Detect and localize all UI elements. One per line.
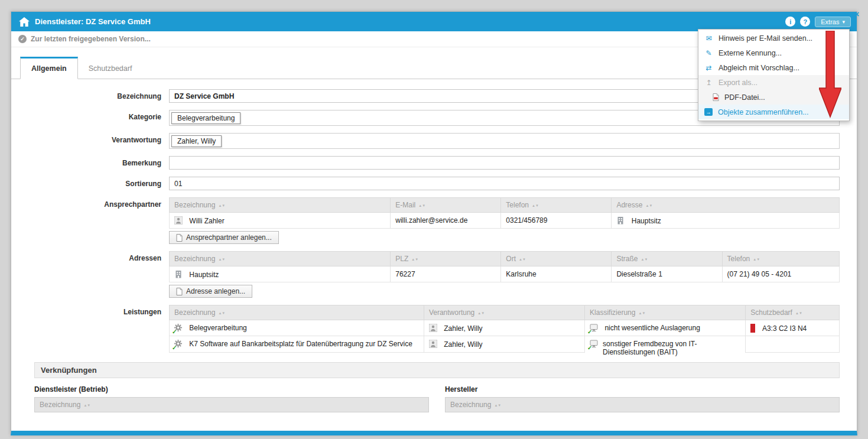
building-icon (174, 270, 183, 278)
person-icon (429, 340, 438, 348)
verknuepfungen-section: Verknüpfungen Dienstleister (Betrieb) Be… (34, 362, 840, 412)
export-icon: ↥ (704, 79, 713, 87)
column-header-klassifizierung[interactable]: Klassifizierung▲▼ (585, 305, 746, 320)
verantwortung-label: Verantwortung (11, 133, 161, 144)
menu-item-label: Abgleich mit Vorschlag... (719, 64, 799, 72)
cell-text: A3:3 C2 I3 N4 (762, 324, 807, 333)
column-header-bezeichnung[interactable]: Bezeichnung▲▼ (170, 198, 391, 213)
new-document-icon (176, 288, 183, 295)
schutzbedarf-cell (746, 336, 840, 353)
cell-text: (07 21) 49 05 - 4201 (727, 270, 792, 278)
sortierung-input[interactable] (169, 177, 840, 190)
bemerkung-label: Bemerkung (11, 156, 161, 167)
sort-icon: ▲▼ (218, 204, 225, 207)
cell-text: 76227 (395, 270, 415, 278)
column-header-plz[interactable]: PLZ▲▼ (391, 252, 501, 266)
cell-text: nicht wesentliche Auslagerung (604, 324, 700, 332)
sort-icon: ▲▼ (218, 311, 225, 315)
sort-icon: ▲▼ (494, 404, 501, 407)
sort-icon: ▲▼ (645, 204, 652, 207)
compare-icon: ⇄ (704, 64, 713, 72)
table-row[interactable]: Willi Zahler willi.zahler@service.de 032… (170, 213, 840, 229)
version-link-label: Zur letzten freigegebenen Version... (31, 35, 151, 43)
person-icon (174, 216, 183, 225)
extras-button[interactable]: Extras ▾ (815, 17, 851, 27)
person-icon (429, 324, 438, 332)
service-provider-icon (18, 17, 30, 27)
merge-icon: → (704, 108, 713, 116)
sort-icon: ▲▼ (532, 204, 539, 207)
hersteller-column: Hersteller Bezeichnung▲▼ (445, 385, 840, 412)
menu-item-export-als: ↥ Export als... (698, 75, 849, 90)
sort-icon: ▲▼ (83, 404, 90, 407)
cell-text: Dieselstraße 1 (616, 270, 662, 278)
ansprechpartner-anlegen-button[interactable]: Ansprechpartner anlegen... (169, 231, 279, 244)
sort-icon: ▲▼ (641, 258, 648, 261)
tab-schutzbedarf[interactable]: Schutzbedarf (78, 58, 143, 79)
menu-item-objekte-zusammenfuehren[interactable]: → Objekte zusammenführen... (698, 105, 849, 119)
form-content: Bezeichnung Kategorie Belegverarbeitung … (11, 79, 857, 412)
schutzbedarf-cell: A3:3 C2 I3 N4 (746, 320, 840, 336)
column-header-ort[interactable]: Ort▲▼ (501, 252, 612, 266)
menu-item-abgleich-vorschlag[interactable]: ⇄ Abgleich mit Vorschlag... (698, 60, 849, 75)
column-header-adresse[interactable]: Adresse▲▼ (612, 198, 840, 213)
table-row[interactable]: Hauptsitz 76227 Karlsruhe Dieselstraße 1… (170, 266, 840, 282)
column-header-strasse[interactable]: Straße▲▼ (612, 252, 722, 266)
menu-item-pdf-datei[interactable]: PDF-Datei... (698, 90, 849, 105)
column-header-schutzbedarf[interactable]: Schutzbedarf▲▼ (746, 305, 840, 320)
titlebar-actions: i ? Extras ▾ (785, 17, 851, 27)
menu-item-externe-kennung[interactable]: ✎ Externe Kennung... (698, 45, 849, 60)
menu-item-label: Externe Kennung... (719, 49, 782, 57)
sort-icon: ▲▼ (753, 258, 760, 261)
field-row-bemerkung: Bemerkung (11, 156, 857, 170)
caret-down-icon: ▾ (842, 19, 845, 25)
menu-item-hinweis-email[interactable]: ✉ Hinweis per E-Mail senden... (698, 31, 849, 45)
verantwortung-chip[interactable]: Zahler, Willy (171, 135, 222, 147)
extras-menu: ✉ Hinweis per E-Mail senden... ✎ Externe… (698, 29, 850, 121)
cell-text: Zahler, Willy (444, 324, 482, 333)
approved-check-icon: ✓ (172, 344, 177, 351)
pdf-icon (713, 93, 719, 101)
column-header-telefon[interactable]: Telefon▲▼ (722, 252, 839, 266)
sort-icon: ▲▼ (795, 311, 802, 315)
field-row-verantwortung: Verantwortung Zahler, Willy (11, 133, 857, 149)
column-header-verantwortung[interactable]: Verantwortung▲▼ (424, 305, 584, 320)
table-row[interactable]: ✓ Belegverarbeitung Zahler, Willy (170, 320, 840, 336)
help-icon[interactable]: ? (800, 17, 810, 27)
approved-check-icon: ✓ (587, 344, 592, 351)
email-icon: ✉ (704, 34, 713, 43)
dienstleister-betrieb-column: Dienstleister (Betrieb) Bezeichnung▲▼ (34, 385, 429, 412)
verantwortung-field[interactable]: Zahler, Willy (169, 133, 840, 149)
dienstleister-betrieb-table-header[interactable]: Bezeichnung▲▼ (34, 397, 429, 412)
kategorie-chip[interactable]: Belegverarbeitung (171, 112, 240, 124)
cell-text: sonstiger Fremdbezug von IT-Dienstleistu… (603, 340, 727, 356)
cell-text: Karlsruhe (506, 270, 536, 278)
service-gear-icon: ✓ (174, 340, 183, 348)
adresse-anlegen-button[interactable]: Adresse anlegen... (169, 285, 252, 298)
close-button[interactable]: × (851, 8, 863, 19)
column-header-email[interactable]: E-Mail▲▼ (391, 198, 501, 213)
column-header-bezeichnung[interactable]: Bezeichnung▲▼ (170, 252, 391, 266)
cell-text: willi.zahler@service.de (395, 216, 467, 225)
cell-text: Willi Zahler (189, 217, 224, 225)
adressen-label: Adressen (11, 251, 161, 262)
cell-text: Belegverarbeitung (189, 324, 246, 332)
sort-icon: ▲▼ (411, 258, 418, 261)
cell-text: Hauptsitz (632, 217, 661, 225)
tab-allgemein[interactable]: Allgemein (20, 57, 78, 79)
cell-text: Zahler, Willy (444, 340, 482, 349)
table-row[interactable]: ✓ K7 Software auf Bankarbeitsplatz für D… (170, 336, 840, 353)
sort-icon: ▲▼ (519, 258, 526, 261)
check-circle-icon: ✓ (18, 35, 27, 43)
kategorie-label: Kategorie (11, 110, 161, 121)
leistungen-table: Bezeichnung▲▼ Verantwortung▲▼ Klassifizi… (169, 305, 840, 353)
bemerkung-input[interactable] (169, 156, 840, 170)
extras-label: Extras (821, 18, 839, 25)
info-icon[interactable]: i (785, 17, 795, 27)
column-header-bezeichnung[interactable]: Bezeichnung▲▼ (170, 305, 424, 320)
hersteller-table-header[interactable]: Bezeichnung▲▼ (445, 397, 840, 412)
cell-text: 0321/456789 (506, 216, 547, 225)
cell-text: Hauptsitz (189, 271, 219, 279)
column-header-telefon[interactable]: Telefon▲▼ (501, 198, 612, 213)
approved-check-icon: ✓ (172, 329, 177, 335)
